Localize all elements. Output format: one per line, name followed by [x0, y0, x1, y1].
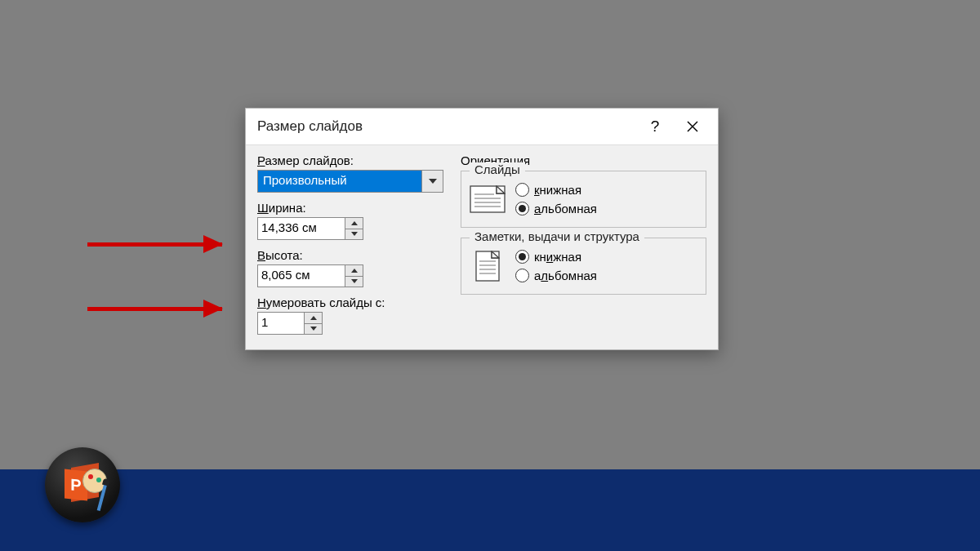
triangle-down-icon	[351, 232, 358, 236]
dropdown-button[interactable]	[421, 171, 443, 192]
annotation-arrow-width	[87, 242, 222, 247]
bottom-brand-bar	[0, 469, 980, 551]
width-label: Ширина:	[257, 201, 449, 215]
size-label: Размер слайдов:	[257, 153, 449, 167]
height-value[interactable]: 8,065 см	[258, 265, 345, 287]
slides-group-legend: Слайды	[470, 162, 525, 176]
radio-icon	[515, 202, 529, 216]
number-spin-up[interactable]	[305, 313, 322, 324]
slides-landscape-radio[interactable]: альбомная	[515, 202, 597, 216]
size-dropdown[interactable]: Произвольный	[257, 170, 443, 193]
width-spin-down[interactable]	[345, 229, 363, 240]
slides-orientation-group: Слайды	[461, 171, 706, 228]
radio-icon	[515, 250, 529, 264]
chevron-down-icon	[429, 179, 437, 184]
slides-portrait-radio[interactable]: книжная	[515, 183, 597, 197]
annotation-arrow-height	[87, 307, 222, 311]
notes-group-legend: Заметки, выдачи и структура	[470, 229, 644, 243]
dialog-title: Размер слайдов	[257, 118, 363, 135]
triangle-down-icon	[351, 279, 358, 283]
width-spinner[interactable]: 14,336 см	[257, 217, 363, 240]
notes-portrait-radio[interactable]: книжная	[515, 250, 597, 264]
radio-icon	[515, 183, 529, 197]
triangle-up-icon	[310, 316, 317, 320]
powerpoint-logo: P	[45, 447, 120, 522]
height-spin-up[interactable]	[345, 265, 363, 277]
number-spin-down[interactable]	[305, 324, 322, 335]
width-value[interactable]: 14,336 см	[258, 218, 345, 239]
slide-size-dialog: Размер слайдов ? Размер слайдов: Произво…	[245, 108, 719, 350]
width-spin-up[interactable]	[345, 218, 363, 229]
notes-landscape-radio[interactable]: альбомная	[515, 269, 597, 282]
close-button[interactable]	[674, 113, 711, 140]
triangle-down-icon	[310, 327, 317, 331]
notes-orientation-group: Заметки, выдачи и структура	[461, 238, 706, 295]
number-from-value[interactable]: 1	[258, 313, 304, 334]
help-button[interactable]: ?	[636, 113, 674, 140]
radio-icon	[515, 269, 529, 282]
size-dropdown-value: Произвольный	[258, 171, 421, 192]
height-label: Высота:	[257, 248, 449, 262]
number-from-label: Нумеровать слайды с:	[257, 295, 449, 309]
height-spin-down[interactable]	[345, 277, 363, 287]
triangle-up-icon	[351, 221, 358, 225]
height-spinner[interactable]: 8,065 см	[257, 264, 363, 287]
dialog-titlebar: Размер слайдов ?	[246, 109, 718, 144]
portrait-page-icon	[470, 251, 506, 282]
close-icon	[687, 121, 698, 132]
landscape-page-icon	[470, 184, 506, 215]
number-from-spinner[interactable]: 1	[257, 312, 323, 335]
triangle-up-icon	[351, 269, 358, 273]
